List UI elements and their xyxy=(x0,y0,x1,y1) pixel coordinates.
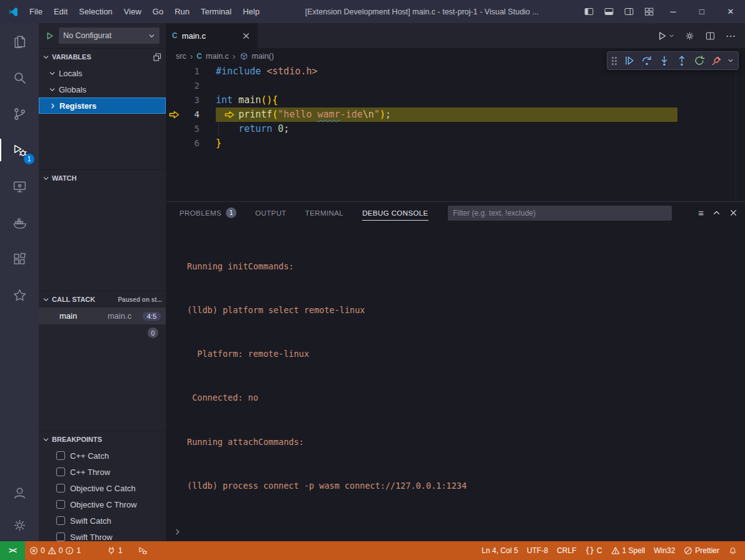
maximize-button[interactable]: □ xyxy=(687,0,716,23)
tab-problems[interactable]: PROBLEMS1 xyxy=(180,202,236,224)
formatter-status[interactable]: Prettier xyxy=(679,541,724,560)
docker-icon[interactable] xyxy=(0,204,39,241)
accounts-icon[interactable] xyxy=(0,476,39,509)
cursor-position[interactable]: Ln 4, Col 5 xyxy=(477,541,522,560)
continue-button[interactable] xyxy=(622,54,636,68)
debug-sidebar-toolbar: No Configurat xyxy=(39,23,166,48)
tab-terminal[interactable]: TERMINAL xyxy=(305,202,343,224)
explorer-icon[interactable] xyxy=(0,23,39,59)
settings-gear-icon[interactable] xyxy=(0,509,39,541)
c-file-icon: C xyxy=(196,52,202,61)
glyph-margin[interactable] xyxy=(166,93,182,108)
language-mode[interactable]: {}C xyxy=(580,541,606,560)
breakpoint-checkbox[interactable] xyxy=(56,451,65,460)
breakpoint-checkbox[interactable] xyxy=(56,532,65,541)
tab-output[interactable]: OUTPUT xyxy=(255,202,286,224)
debug-status[interactable] xyxy=(133,541,152,560)
tab-close-icon[interactable] xyxy=(241,31,251,41)
close-button[interactable]: ✕ xyxy=(716,0,745,23)
stack-frame-row[interactable]: main main.c 4:5 xyxy=(39,308,166,324)
step-over-button[interactable] xyxy=(640,54,653,68)
debug-config-dropdown[interactable]: No Configurat xyxy=(59,28,160,44)
remote-explorer-icon[interactable] xyxy=(0,168,39,204)
breakpoint-checkbox[interactable] xyxy=(56,484,65,492)
platform-indicator[interactable]: Win32 xyxy=(649,541,679,560)
menu-edit[interactable]: Edit xyxy=(48,0,73,23)
menu-file[interactable]: File xyxy=(24,0,48,23)
step-out-button[interactable] xyxy=(675,54,688,68)
glyph-margin[interactable] xyxy=(166,136,182,151)
ports-status[interactable]: 1 xyxy=(103,541,127,560)
glyph-margin[interactable] xyxy=(166,122,182,136)
toggle-secondary-sidebar-icon[interactable] xyxy=(619,0,639,23)
toggle-panel-icon[interactable] xyxy=(599,0,619,23)
encoding-indicator[interactable]: UTF-8 xyxy=(522,541,552,560)
tab-debug-console[interactable]: DEBUG CONSOLE xyxy=(362,202,428,224)
braces-icon: {} xyxy=(585,546,594,555)
console-input-row[interactable] xyxy=(166,524,745,539)
menu-terminal[interactable]: Terminal xyxy=(195,0,237,23)
drag-handle-icon[interactable] xyxy=(612,57,617,65)
menu-selection[interactable]: Selection xyxy=(73,0,118,23)
spell-checker-status[interactable]: 1 Spell xyxy=(607,541,650,560)
variables-section-header[interactable]: VARIABLES xyxy=(39,48,166,65)
notifications-bell[interactable] xyxy=(724,541,745,560)
maximize-panel-icon[interactable] xyxy=(712,209,721,217)
close-panel-icon[interactable] xyxy=(729,209,737,217)
console-filter-input[interactable] xyxy=(453,209,667,218)
split-editor-icon[interactable] xyxy=(705,31,716,41)
glyph-margin[interactable] xyxy=(166,79,182,93)
menu-run[interactable]: Run xyxy=(169,0,195,23)
code-editor[interactable]: 1 #include <stdio.h> 2 3 int main(){ xyxy=(166,64,745,201)
code-line-text[interactable]: } xyxy=(200,136,221,151)
editor-actions: ⋯ xyxy=(657,23,745,48)
menu-help[interactable]: Help xyxy=(237,0,265,23)
glyph-margin[interactable] xyxy=(166,64,182,79)
code-line-text[interactable]: int main(){ xyxy=(200,93,278,108)
variables-item-registers[interactable]: Registers xyxy=(39,98,166,114)
more-actions-icon[interactable]: ⋯ xyxy=(726,30,736,42)
code-line-text[interactable]: #include <stdio.h> xyxy=(200,64,318,79)
source-control-icon[interactable] xyxy=(0,96,39,132)
eol-indicator[interactable]: CRLF xyxy=(552,541,580,560)
breakpoint-checkbox[interactable] xyxy=(56,516,65,525)
restart-button[interactable] xyxy=(692,54,706,68)
toggle-sidebar-icon[interactable] xyxy=(579,0,599,23)
collapse-all-icon[interactable] xyxy=(152,52,162,62)
disconnect-button[interactable] xyxy=(710,54,723,68)
output-actions-icon[interactable]: ≡ xyxy=(698,208,704,218)
breadcrumb-folder[interactable]: src xyxy=(176,52,186,61)
favorites-icon[interactable] xyxy=(0,277,39,313)
call-stack-section-header[interactable]: CALL STACK Paused on st... xyxy=(39,291,166,308)
code-line-text[interactable]: return 0; xyxy=(200,122,289,136)
breakpoint-checkbox[interactable] xyxy=(56,468,65,476)
variables-item-locals[interactable]: Locals xyxy=(39,65,166,81)
variables-item-globals[interactable]: Globals xyxy=(39,81,166,98)
menu-go[interactable]: Go xyxy=(147,0,169,23)
breakpoint-checkbox[interactable] xyxy=(56,500,65,509)
menu-view[interactable]: View xyxy=(118,0,147,23)
problems-status[interactable]: 0 0 1 xyxy=(25,541,85,560)
breadcrumb-file[interactable]: main.c xyxy=(206,52,229,61)
breakpoint-label: Objective C Catch xyxy=(70,484,136,493)
bottom-panel: PROBLEMS1 OUTPUT TERMINAL DEBUG CONSOLE … xyxy=(166,201,745,541)
run-and-debug-icon[interactable]: 1 xyxy=(0,132,39,168)
console-line: Connected: no xyxy=(187,391,745,405)
remote-indicator[interactable]: >< xyxy=(0,541,25,560)
customize-layout-icon[interactable] xyxy=(639,0,659,23)
glyph-margin[interactable] xyxy=(166,108,182,122)
step-into-button[interactable] xyxy=(657,54,671,68)
tab-main-c[interactable]: C main.c xyxy=(166,23,258,48)
breakpoints-section-header[interactable]: BREAKPOINTS xyxy=(39,431,166,448)
minimize-button[interactable]: ─ xyxy=(659,0,687,23)
search-icon[interactable] xyxy=(0,59,39,96)
code-line-text[interactable] xyxy=(200,79,216,93)
start-debug-icon[interactable] xyxy=(45,31,54,41)
extensions-icon[interactable] xyxy=(0,241,39,277)
run-or-debug-button[interactable] xyxy=(657,31,674,41)
debug-toolbar xyxy=(607,51,739,70)
chevron-down-icon[interactable] xyxy=(727,58,734,64)
watch-section-header[interactable]: WATCH xyxy=(39,169,166,186)
gear-icon[interactable] xyxy=(684,31,695,41)
breadcrumb-symbol[interactable]: main() xyxy=(252,52,274,61)
